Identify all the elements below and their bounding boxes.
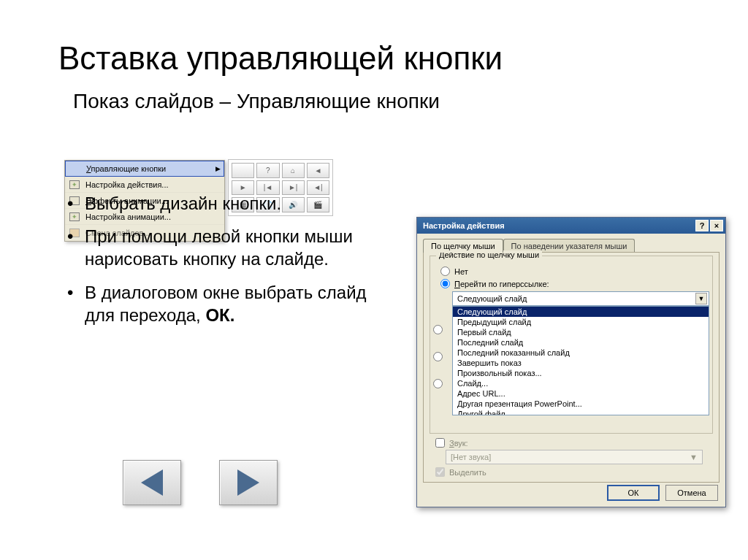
- menu-item-action-settings[interactable]: Настройка действия...: [65, 177, 224, 193]
- radio-run-program[interactable]: [433, 325, 443, 334]
- list-item: При помощи левой кнопки мыши нарисовать …: [64, 225, 386, 270]
- hyperlink-combo[interactable]: Следующий слайд ▼: [452, 291, 709, 306]
- list-item[interactable]: Адрес URL...: [453, 388, 709, 399]
- prev-slide-button[interactable]: [123, 460, 181, 505]
- action-settings-dialog: Настройка действия ? × По щелчку мыши По…: [416, 217, 726, 507]
- list-item[interactable]: Другой файл...: [453, 409, 709, 415]
- highlight-checkbox: Выделить: [435, 467, 719, 477]
- click-action-group: Действие по щелчку мыши Нет Перейти по г…: [430, 256, 713, 434]
- radio-hyperlink[interactable]: Перейти по гиперссылке:: [440, 279, 712, 288]
- help-button[interactable]: ?: [695, 220, 709, 231]
- action-button-back[interactable]: ◄: [307, 163, 329, 178]
- list-item[interactable]: Последний показанный слайд: [453, 348, 709, 358]
- list-item[interactable]: Первый слайд: [453, 327, 709, 337]
- chevron-down-icon[interactable]: ▼: [695, 293, 707, 304]
- checkbox-label: Звук:: [449, 439, 468, 448]
- sound-combo: [Нет звука] ▼: [446, 450, 703, 464]
- menu-label: Управляющие кнопки: [86, 164, 211, 173]
- list-item: Выбрать дизайн кнопки.: [64, 192, 386, 215]
- checkbox-input[interactable]: [435, 438, 445, 448]
- chevron-down-icon: ▼: [690, 453, 698, 461]
- triangle-right-icon: [237, 469, 259, 496]
- list-item[interactable]: Другая презентация PowerPoint...: [453, 399, 709, 409]
- instruction-list: Выбрать дизайн кнопки. При помощи левой …: [64, 192, 386, 326]
- list-item[interactable]: Последний слайд: [453, 337, 709, 348]
- hyperlink-listbox[interactable]: Следующий слайд Предыдущий слайд Первый …: [452, 306, 709, 415]
- radio-label: Перейти по гиперссылке:: [454, 280, 549, 288]
- radio-none[interactable]: Нет: [440, 266, 712, 276]
- action-button-blank[interactable]: [232, 163, 254, 178]
- slide-subtitle: Показ слайдов – Управляющие кнопки: [73, 90, 748, 113]
- close-button[interactable]: ×: [710, 220, 723, 231]
- menu-item-action-buttons[interactable]: Управляющие кнопки ▶: [65, 161, 224, 177]
- list-item[interactable]: Следующий слайд: [453, 307, 709, 317]
- nav-action-buttons: [123, 460, 278, 505]
- dialog-title: Настройка действия: [423, 221, 505, 230]
- radio-object-action[interactable]: [433, 379, 443, 388]
- dialog-tabs: По щелчку мыши По наведении указателя мы…: [423, 238, 725, 252]
- radio-label: Нет: [454, 267, 468, 276]
- cancel-button[interactable]: Отмена: [665, 485, 718, 501]
- ok-button[interactable]: ОК: [607, 485, 660, 501]
- next-slide-button[interactable]: [219, 460, 278, 505]
- star-icon: [68, 179, 81, 191]
- list-item[interactable]: Слайд...: [453, 378, 709, 388]
- sound-checkbox[interactable]: Звук:: [435, 438, 719, 448]
- extra-radios: [433, 325, 443, 388]
- list-item: В диалоговом окне выбрать слайд для пере…: [64, 281, 386, 326]
- sound-value: [Нет звука]: [451, 453, 491, 461]
- dialog-buttons: ОК Отмена: [607, 485, 718, 501]
- list-item[interactable]: Произвольный показ...: [453, 368, 709, 378]
- radio-run-macro[interactable]: [433, 352, 443, 361]
- submenu-arrow-icon: ▶: [215, 165, 221, 172]
- checkbox-label: Выделить: [449, 468, 486, 477]
- dialog-panel: Действие по щелчку мыши Нет Перейти по г…: [423, 252, 720, 483]
- dialog-titlebar: Настройка действия ? ×: [417, 218, 725, 234]
- combo-value: Следующий слайд: [457, 294, 527, 303]
- action-button-home[interactable]: ⌂: [282, 163, 305, 178]
- radio-input[interactable]: [440, 266, 450, 276]
- triangle-left-icon: [141, 469, 163, 496]
- action-button-help[interactable]: ?: [256, 163, 279, 178]
- slide-title: Вставка управляющей кнопки: [58, 40, 748, 77]
- tab-mouse-click[interactable]: По щелчку мыши: [423, 239, 503, 253]
- radio-input[interactable]: [440, 279, 450, 288]
- menu-label: Настройка действия...: [85, 180, 221, 189]
- menu-icon-blank: [69, 163, 82, 174]
- list-item[interactable]: Завершить показ: [453, 358, 709, 368]
- list-item[interactable]: Предыдущий слайд: [453, 317, 709, 327]
- checkbox-input: [435, 467, 445, 477]
